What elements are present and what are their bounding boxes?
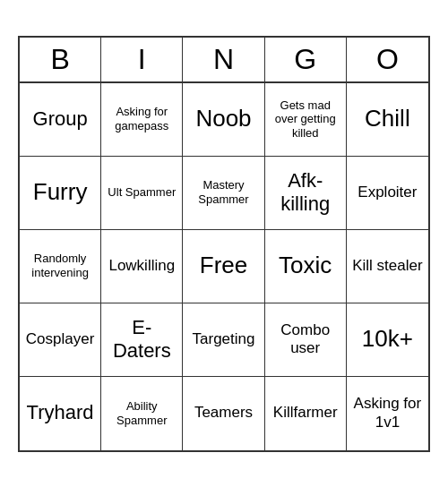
bingo-cell: Noob xyxy=(183,83,264,157)
bingo-cell: Teamers xyxy=(183,377,264,450)
bingo-cell: Free xyxy=(183,230,264,303)
bingo-cell: Gets mad over getting killed xyxy=(265,83,347,157)
bingo-card: BINGO GroupAsking for gamepassNoobGets m… xyxy=(18,36,430,452)
cell-text: Afk-killing xyxy=(269,169,342,217)
cell-text: Lowkilling xyxy=(108,257,175,275)
cell-text: Ult Spammer xyxy=(108,185,176,200)
header-letter: N xyxy=(183,38,264,81)
bingo-cell: Combo user xyxy=(265,303,347,377)
header-letter: I xyxy=(101,38,183,81)
cell-text: 10k+ xyxy=(362,325,413,353)
bingo-cell: Kill stealer xyxy=(347,230,428,303)
cell-text: Killfarmer xyxy=(273,404,338,422)
bingo-header: BINGO xyxy=(20,38,428,83)
bingo-cell: Exploiter xyxy=(347,157,428,230)
cell-text: Mastery Spammer xyxy=(186,178,260,206)
bingo-cell: Lowkilling xyxy=(101,230,183,303)
bingo-cell: Ult Spammer xyxy=(101,157,183,230)
cell-text: Gets mad over getting killed xyxy=(269,98,342,141)
cell-text: Randomly intervening xyxy=(23,252,97,279)
cell-text: Asking for gamepass xyxy=(105,105,178,132)
cell-text: Chill xyxy=(365,105,410,132)
cell-text: Toxic xyxy=(279,252,332,279)
header-letter: O xyxy=(347,38,428,81)
cell-text: Combo user xyxy=(269,321,342,358)
cell-text: Asking for 1v1 xyxy=(350,395,425,431)
cell-text: E-Daters xyxy=(105,316,178,363)
bingo-cell: Toxic xyxy=(265,230,347,303)
bingo-cell: Mastery Spammer xyxy=(183,157,264,230)
header-letter: G xyxy=(265,38,347,81)
cell-text: Exploiter xyxy=(358,184,417,201)
bingo-cell: Killfarmer xyxy=(265,377,347,450)
cell-text: Group xyxy=(33,107,88,131)
cell-text: Targeting xyxy=(193,330,255,348)
bingo-cell: Chill xyxy=(347,83,428,157)
cell-text: Furry xyxy=(33,178,88,206)
bingo-cell: Furry xyxy=(20,157,101,230)
bingo-cell: Ability Spammer xyxy=(101,377,183,450)
cell-text: Kill stealer xyxy=(352,257,422,275)
bingo-cell: Asking for gamepass xyxy=(101,83,183,157)
bingo-cell: Asking for 1v1 xyxy=(347,377,428,450)
bingo-cell: Group xyxy=(20,83,101,157)
bingo-cell: Afk-killing xyxy=(265,157,347,230)
cell-text: Tryhard xyxy=(27,401,94,424)
bingo-cell: Cosplayer xyxy=(20,303,101,377)
bingo-cell: 10k+ xyxy=(347,303,428,377)
bingo-cell: E-Daters xyxy=(101,303,183,377)
cell-text: Cosplayer xyxy=(26,330,95,348)
cell-text: Free xyxy=(200,252,247,279)
bingo-cell: Randomly intervening xyxy=(20,230,101,303)
header-letter: B xyxy=(20,38,101,81)
bingo-cell: Targeting xyxy=(183,303,264,377)
bingo-grid: GroupAsking for gamepassNoobGets mad ove… xyxy=(20,83,428,450)
cell-text: Noob xyxy=(195,105,251,132)
cell-text: Ability Spammer xyxy=(105,399,178,427)
cell-text: Teamers xyxy=(194,404,253,422)
bingo-cell: Tryhard xyxy=(20,377,101,450)
